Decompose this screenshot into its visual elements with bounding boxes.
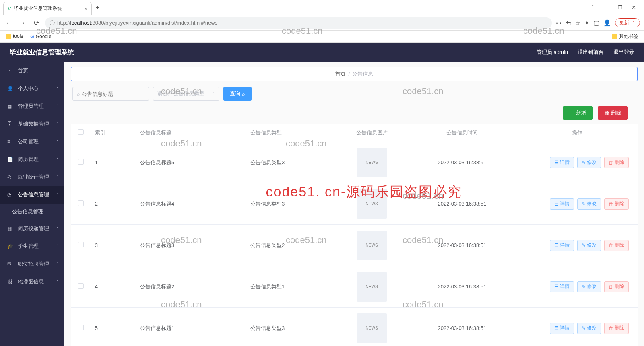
- row-delete-button[interactable]: 🗑删除: [604, 323, 629, 334]
- bookmark-other[interactable]: 其他书签: [612, 33, 638, 40]
- goto-front-link[interactable]: 退出到前台: [578, 49, 604, 56]
- logout-link[interactable]: 退出登录: [613, 49, 634, 56]
- menu-label: 简历投递管理: [18, 225, 49, 232]
- sidebar-item[interactable]: ▦管理员管理˅: [0, 97, 64, 115]
- tab-close-icon[interactable]: ×: [84, 6, 87, 12]
- sidebar-item[interactable]: ⌂首页: [0, 62, 64, 80]
- chevron-icon: ˅: [56, 86, 59, 91]
- query-button[interactable]: 查询⌕: [223, 87, 252, 101]
- row-detail-button[interactable]: ☰详情: [550, 157, 574, 168]
- cell-time: 2022-03-03 16:38:51: [407, 266, 517, 307]
- row-checkbox[interactable]: [78, 159, 84, 165]
- cell-time: 2022-03-03 16:38:51: [407, 183, 517, 224]
- col-type: 公告信息类型: [246, 124, 336, 142]
- menu-icon: ◔: [7, 192, 14, 198]
- close-icon[interactable]: ✕: [632, 4, 636, 10]
- row-checkbox[interactable]: [78, 283, 84, 289]
- menu-icon: ▦: [7, 226, 14, 231]
- trash-icon: 🗑: [609, 325, 613, 331]
- url-host: localhost: [70, 20, 91, 26]
- address-bar[interactable]: ⓘ http:// localhost :8080/biyejiuyexinxi…: [45, 17, 552, 29]
- sidebar-item[interactable]: ◔公告信息管理˄: [0, 186, 64, 204]
- col-title: 公告信息标题: [136, 124, 246, 142]
- browser-update-button[interactable]: 更新⋮: [615, 18, 640, 27]
- sidebar-item[interactable]: 👤个人中心˅: [0, 80, 64, 97]
- browser-tab[interactable]: V 毕业就业信息管理系统 ×: [3, 2, 92, 15]
- bookmark-google[interactable]: GGoogle: [30, 34, 51, 39]
- forward-icon[interactable]: →: [18, 19, 27, 27]
- search-title-input[interactable]: [82, 91, 144, 97]
- cell-image: NEWS: [357, 313, 387, 343]
- row-checkbox[interactable]: [78, 325, 84, 330]
- breadcrumb-home[interactable]: 首页: [335, 70, 346, 78]
- row-detail-button[interactable]: ☰详情: [550, 240, 574, 251]
- list-icon: ☰: [554, 160, 559, 165]
- chevron-icon: ˅: [56, 279, 59, 284]
- menu-icon: 👤: [7, 86, 14, 91]
- row-edit-button[interactable]: ✎修改: [577, 240, 601, 251]
- folder-icon: [612, 34, 617, 39]
- list-icon: ☰: [554, 284, 559, 290]
- translate-icon[interactable]: ⇆: [566, 19, 571, 27]
- bookmark-tools[interactable]: tools: [6, 33, 23, 39]
- edit-icon: ✎: [582, 284, 586, 290]
- cell-index: 2: [91, 183, 136, 224]
- reload-icon[interactable]: ⟳: [31, 19, 41, 27]
- trash-icon: 🗑: [609, 201, 613, 207]
- window-controls: ˅ — ❐ ✕: [592, 4, 644, 10]
- new-tab-button[interactable]: +: [96, 4, 99, 11]
- maximize-icon[interactable]: ❐: [618, 4, 623, 10]
- sidebar-item[interactable]: ◎就业统计管理˅: [0, 168, 64, 186]
- chevron-icon: ˅: [56, 104, 59, 109]
- menu-icon: ◎: [7, 174, 14, 180]
- menu-icon: ▦: [7, 103, 14, 109]
- type-select[interactable]: 请选择公告信息类型 ˅: [153, 87, 219, 101]
- share-icon[interactable]: ☆: [575, 19, 580, 27]
- row-edit-button[interactable]: ✎修改: [577, 281, 601, 292]
- cell-title: 公告信息标题3: [136, 224, 246, 266]
- site-info-icon[interactable]: ⓘ: [50, 19, 55, 27]
- back-icon[interactable]: ←: [4, 19, 14, 27]
- row-edit-button[interactable]: ✎修改: [577, 157, 601, 168]
- row-detail-button[interactable]: ☰详情: [550, 198, 574, 210]
- add-button[interactable]: ＋新增: [563, 106, 593, 120]
- delete-button[interactable]: 🗑删除: [598, 106, 628, 120]
- key-icon[interactable]: ⊶: [556, 19, 562, 27]
- menu-label: 就业统计管理: [18, 173, 49, 181]
- col-ops: 操作: [517, 124, 638, 142]
- row-checkbox[interactable]: [78, 242, 84, 247]
- search-title-input-wrap: ⌕: [72, 87, 149, 101]
- row-edit-button[interactable]: ✎修改: [577, 198, 601, 210]
- user-label[interactable]: 管理员 admin: [537, 49, 568, 56]
- sidebar-item[interactable]: 🗄基础数据管理˅: [0, 115, 64, 133]
- row-delete-button[interactable]: 🗑删除: [604, 157, 629, 168]
- list-icon: ☰: [554, 201, 559, 207]
- sidebar-item[interactable]: 🖼轮播图信息˅: [0, 273, 64, 290]
- row-edit-button[interactable]: ✎修改: [577, 323, 601, 334]
- row-delete-button[interactable]: 🗑删除: [604, 281, 629, 292]
- table-row: 4 公告信息标题2 公告信息类型1 NEWS 2022-03-03 16:38:…: [71, 266, 638, 307]
- row-delete-button[interactable]: 🗑删除: [604, 198, 629, 210]
- sidebar-item[interactable]: ▦简历投递管理˅: [0, 220, 64, 237]
- menu-icon: ✉: [7, 261, 14, 267]
- row-detail-button[interactable]: ☰详情: [550, 281, 574, 292]
- menu-label: 职位招聘管理: [18, 260, 49, 268]
- sidebar: ⌂首页👤个人中心˅▦管理员管理˅🗄基础数据管理˅≡公司管理˅📄简历管理˅◎就业统…: [0, 62, 64, 346]
- row-delete-button[interactable]: 🗑删除: [604, 240, 629, 251]
- breadcrumb-sep: /: [348, 71, 350, 77]
- sidebar-item[interactable]: 🎓学生管理˅: [0, 237, 64, 255]
- extensions-icon[interactable]: ✦: [584, 19, 590, 27]
- sidebar-subitem[interactable]: 公告信息管理: [0, 204, 64, 220]
- sidebar-item[interactable]: 📄简历管理˅: [0, 150, 64, 168]
- profile-icon[interactable]: 👤: [603, 19, 611, 27]
- minimize-icon[interactable]: —: [604, 4, 609, 10]
- select-all-checkbox[interactable]: [78, 129, 84, 135]
- row-detail-button[interactable]: ☰详情: [550, 323, 574, 334]
- sidebar-item[interactable]: ✉职位招聘管理˅: [0, 255, 64, 273]
- chevron-down-icon[interactable]: ˅: [592, 4, 595, 10]
- col-image: 公告信息图片: [336, 124, 407, 142]
- panel-icon[interactable]: ▢: [594, 19, 599, 27]
- row-checkbox[interactable]: [78, 200, 84, 206]
- sidebar-item[interactable]: ≡公司管理˅: [0, 133, 64, 150]
- breadcrumb: 首页 / 公告信息: [71, 67, 638, 81]
